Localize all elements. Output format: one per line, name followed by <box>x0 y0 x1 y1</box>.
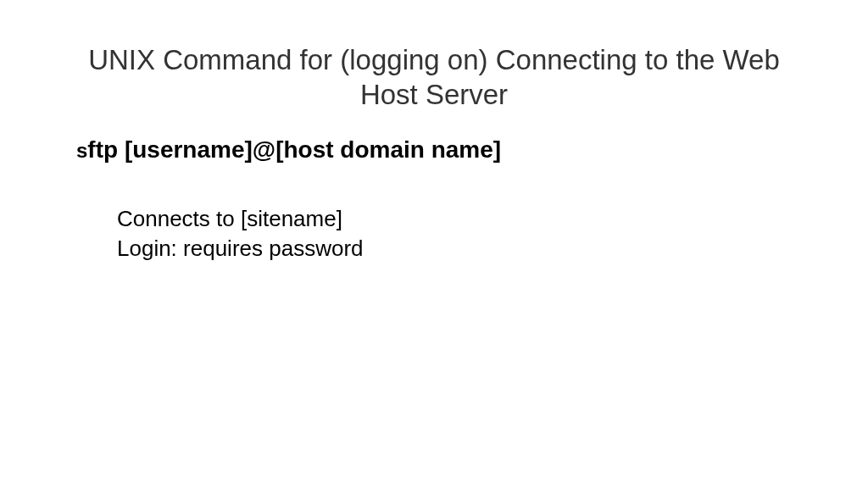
command-description: Connects to [sitename] Login: requires p… <box>76 204 792 263</box>
command-rest: ftp [username]@[host domain name] <box>87 136 501 163</box>
description-line-2: Login: requires password <box>117 234 792 263</box>
command-prefix: s <box>76 139 87 162</box>
slide-title: UNIX Command for (logging on) Connecting… <box>76 42 792 113</box>
command-syntax: sftp [username]@[host domain name] <box>76 136 792 164</box>
slide-content: UNIX Command for (logging on) Connecting… <box>0 0 868 488</box>
description-line-1: Connects to [sitename] <box>117 204 792 234</box>
